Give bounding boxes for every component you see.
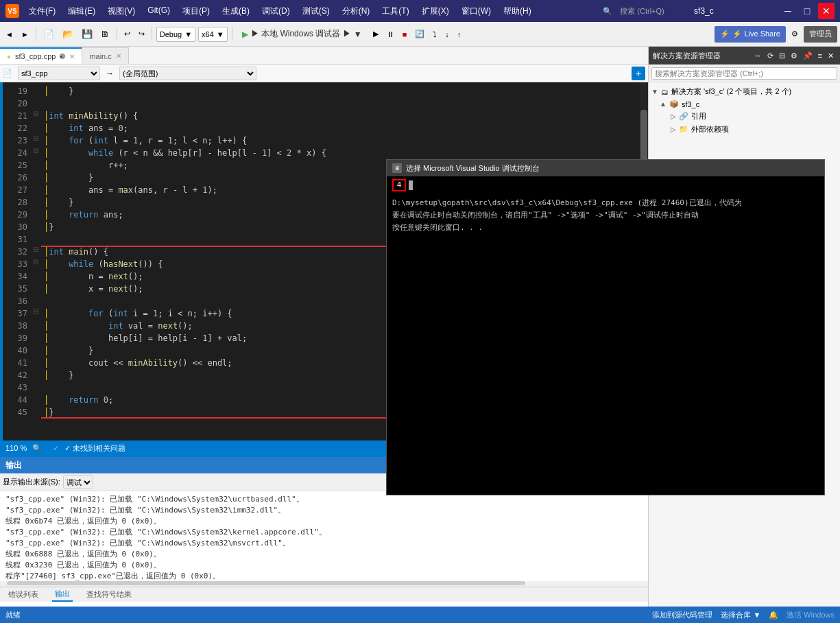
tab-output[interactable]: 输出	[52, 587, 73, 602]
scope-selector[interactable]: (全局范围)	[119, 67, 256, 80]
menu-extensions[interactable]: 扩展(X)	[416, 4, 455, 19]
live-share-icon: ⚡	[720, 30, 730, 38]
debug-cursor	[409, 180, 413, 190]
save-all-button[interactable]: 🗎	[98, 26, 112, 43]
run-debug-button[interactable]: ▶ ▶ 本地 Windows 调试器 ▶ ▼	[237, 27, 368, 41]
menu-help[interactable]: 帮助(H)	[498, 4, 537, 19]
output-source-label: 显示输出来源(S):	[3, 477, 60, 487]
new-file-button[interactable]: 📄	[40, 26, 57, 43]
nav-forward-button[interactable]: ►	[19, 26, 32, 43]
close-button[interactable]: ✕	[818, 3, 835, 19]
menu-build[interactable]: 生成(B)	[217, 4, 255, 19]
continue-button[interactable]: ▶	[370, 26, 381, 43]
menu-window[interactable]: 窗口(W)	[456, 4, 496, 19]
menu-debug[interactable]: 调试(D)	[256, 4, 296, 19]
arch-dropdown[interactable]: x64 ▼	[198, 27, 228, 42]
menu-project[interactable]: 项目(P)	[177, 4, 215, 19]
debug-mode-dropdown[interactable]: Debug ▼	[156, 27, 195, 42]
output-line-7: 线程 0x3230 已退出，返回值为 0 (0x0)。	[5, 560, 643, 571]
tool-settings-icon[interactable]: ≡	[816, 51, 824, 61]
nav-back-button[interactable]: ◄	[3, 26, 16, 43]
tool-collapse-icon[interactable]: ⊟	[777, 51, 787, 61]
tree-item-external-deps[interactable]: ▷ 📁 外部依赖项	[649, 123, 840, 136]
file-icon: 📄	[3, 69, 12, 78]
code-line-21: │int minAbility() {	[44, 110, 637, 122]
menu-file[interactable]: 文件(F)	[23, 4, 61, 19]
select-repo-button[interactable]: 选择合库 ▼	[721, 610, 760, 620]
tab-sf3-cpp[interactable]: ● sf3_cpp.cpp • ✕	[0, 47, 82, 64]
minimize-button[interactable]: ─	[780, 3, 796, 19]
add-file-button[interactable]: +	[632, 67, 645, 80]
windows-watermark: 激活 Windows	[787, 610, 835, 620]
add-source-control-button[interactable]: 添加到源代码管理	[652, 610, 712, 620]
tool-pin-icon[interactable]: 📌	[801, 51, 815, 61]
menu-edit[interactable]: 编辑(E)	[62, 4, 101, 19]
step-out-button[interactable]: ↑	[455, 26, 464, 43]
scrollbar-thumb[interactable]	[640, 110, 647, 165]
editor-sub-toolbar: 📄 sf3_cpp → (全局范围) +	[0, 64, 648, 82]
menu-analyze[interactable]: 分析(N)	[337, 4, 376, 19]
window-controls[interactable]: ─ □ ✕	[780, 3, 835, 19]
tab-error-list[interactable]: 错误列表	[5, 588, 41, 601]
menu-tools[interactable]: 工具(T)	[376, 4, 414, 19]
output-scrollbar-h[interactable]	[7, 581, 525, 585]
debug-console-content: 4 D:\mysetup\gopath\src\dsv\sf3_c\x64\De…	[387, 176, 824, 495]
solution-search-input[interactable]	[651, 67, 837, 80]
debug-console-title-bar: 🖥 选择 Microsoft Visual Studio 调试控制台	[387, 160, 824, 176]
tab-main-c[interactable]: main.c ✕	[82, 47, 128, 64]
taskbar: 就绪 添加到源代码管理 选择合库 ▼ 🔔 激活 Windows	[0, 607, 840, 623]
tool-properties-icon[interactable]: ⚙	[789, 51, 800, 61]
debug-input-box[interactable]: 4	[392, 179, 406, 191]
reference-icon: 🔗	[679, 112, 688, 121]
step-into-button[interactable]: ↓	[442, 26, 452, 43]
menu-test[interactable]: 测试(S)	[297, 4, 335, 19]
tool-sync-icon[interactable]: ↔	[752, 51, 764, 61]
save-button[interactable]: 💾	[79, 26, 95, 43]
tool-refresh-icon[interactable]: ⟳	[765, 51, 776, 61]
solution-explorer-search[interactable]	[649, 64, 840, 82]
tree-item-reference[interactable]: ▷ 🔗 引用	[649, 110, 840, 123]
menu-bar[interactable]: 文件(F) 编辑(E) 视图(V) Git(G) 项目(P) 生成(B) 调试(…	[23, 4, 537, 19]
code-line-24: │ while (r < n && help[r] - help[l - 1] …	[44, 147, 637, 159]
stop-button[interactable]: ■	[400, 26, 410, 43]
solution-explorer-tools[interactable]: ↔ ⟳ ⊟ ⚙ 📌 ≡ ✕	[752, 51, 836, 61]
tab-find-symbol[interactable]: 查找符号结果	[84, 588, 134, 601]
pause-button[interactable]: ⏸	[384, 26, 397, 43]
output-source-selector[interactable]: 调试	[63, 475, 93, 489]
editor-tabs: ● sf3_cpp.cpp • ✕ main.c ✕	[0, 47, 648, 64]
output-content: "sf3_cpp.exe" (Win32): 已加载 "C:\Windows\S…	[0, 491, 648, 580]
restart-button[interactable]: 🔄	[412, 26, 427, 43]
tab-close-button-2[interactable]: ✕	[116, 52, 121, 60]
taskbar-right[interactable]: 添加到源代码管理 选择合库 ▼ 🔔 激活 Windows	[652, 610, 835, 620]
output-line-4: "sf3_cpp.exe" (Win32): 已加载 "C:\Windows\S…	[5, 527, 643, 538]
undo-button[interactable]: ↩	[121, 26, 133, 43]
tree-arrow-icon: ▷	[671, 113, 676, 120]
maximize-button[interactable]: □	[799, 3, 815, 19]
debug-output-line-1: D:\mysetup\gopath\src\dsv\sf3_c\x64\Debu…	[392, 197, 819, 209]
manage-button[interactable]: 管理员	[804, 26, 837, 43]
app-logo: VS	[5, 4, 19, 18]
debug-output-line-2: 要在调试停止时自动关闭控制台，请启用"工具" ->"选项" ->"调试" ->"…	[392, 209, 819, 222]
tool-close-icon[interactable]: ✕	[826, 51, 836, 61]
tab-close-button[interactable]: ✕	[69, 53, 75, 60]
tree-item-sf3c[interactable]: ▲ 📦 sf3_c	[649, 98, 840, 110]
fold-gutter: ⊟ ⊟ ⊟ ⊟ ⊟ ⊟	[30, 82, 41, 440]
output-tabs: 错误列表 输出 查找符号结果	[0, 587, 648, 602]
menu-git[interactable]: Git(G)	[142, 4, 176, 19]
live-share-button[interactable]: ⚡ ⚡ Live Share	[715, 26, 786, 43]
taskbar-left: 就绪	[5, 610, 21, 620]
menu-view[interactable]: 视图(V)	[102, 4, 141, 19]
settings-icon[interactable]: ⚙	[789, 26, 801, 43]
notification-bell-icon[interactable]: 🔔	[769, 611, 778, 620]
title-bar: VS 文件(F) 编辑(E) 视图(V) Git(G) 项目(P) 生成(B) …	[0, 0, 840, 22]
file-selector[interactable]: sf3_cpp	[18, 67, 100, 80]
open-file-button[interactable]: 📂	[60, 26, 76, 43]
toolbar-separator-4	[232, 27, 232, 41]
tree-item-solution[interactable]: ▼ 🗂 解决方案 'sf3_c' (2 个项目，共 2 个)	[649, 85, 840, 98]
debug-console-icon: 🖥	[392, 163, 402, 173]
redo-button[interactable]: ↪	[136, 26, 147, 43]
debug-output-line-3: 按任意键关闭此窗口. . .	[392, 222, 819, 234]
solution-explorer-title: 解决方案资源管理器	[653, 51, 721, 61]
step-over-button[interactable]: ⤵	[430, 26, 440, 43]
taskbar-status: 就绪	[5, 610, 21, 620]
